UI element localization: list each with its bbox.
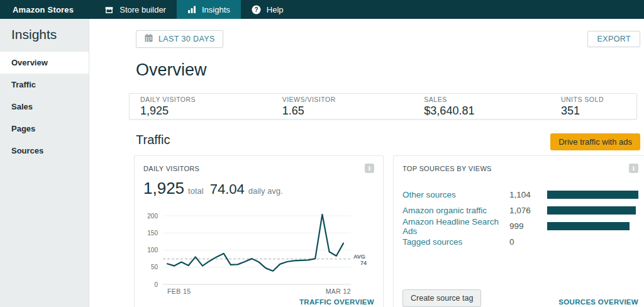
traffic-section-title: Traffic [136, 133, 170, 147]
source-views-bar [547, 206, 636, 215]
create-source-tag-button[interactable]: Create source tag [402, 289, 481, 307]
drive-traffic-with-ads-button[interactable]: Drive traffic with ads [550, 133, 640, 150]
stat-label: SALES [424, 96, 550, 103]
stat-label: DAILY VISITORS [140, 96, 272, 103]
svg-text:FEB 15: FEB 15 [167, 287, 191, 295]
sources-overview-link[interactable]: SOURCES OVERVIEW [558, 298, 638, 306]
stat-label: VIEWS/VISITOR [282, 96, 414, 103]
tab-help[interactable]: ? Help [241, 0, 294, 19]
sidebar-item-sources[interactable]: Sources [0, 140, 89, 162]
daily-visitors-card-title: DAILY VISITORS [143, 164, 199, 172]
date-range-button[interactable]: LAST 30 DAYS [136, 30, 223, 48]
source-link-amazon-headline-search-ads[interactable]: Amazon Headline Search Ads [402, 217, 509, 236]
tab-store-builder[interactable]: Store builder [94, 0, 177, 19]
daily-visitors-card: DAILY VISITORS i 1,925 total 74.04 daily… [134, 155, 384, 307]
top-nav: Amazon Stores Store builder Insights [0, 0, 644, 19]
bar-chart-icon [187, 5, 196, 14]
source-views-value: 1,076 [509, 206, 547, 215]
sources-list: Other sources 1,104 Amazon organic traff… [402, 187, 638, 250]
tab-insights-label: Insights [202, 5, 230, 14]
cards-row: DAILY VISITORS i 1,925 total 74.04 daily… [134, 155, 636, 307]
sidebar-item-pages[interactable]: Pages [0, 118, 89, 140]
svg-text:100: 100 [147, 247, 158, 254]
source-link-tagged-sources[interactable]: Tagged sources [402, 237, 509, 247]
main-content: LAST 30 DAYS EXPORT Overview DAILY VISIT… [89, 19, 644, 307]
source-row: Amazon Headline Search Ads 999 [402, 218, 638, 234]
stat-value: 351 [561, 104, 636, 118]
source-views-bar [547, 191, 638, 199]
sidebar-item-traffic[interactable]: Traffic [0, 74, 89, 96]
svg-text:AVG: AVG [353, 254, 365, 260]
brand-amazon-stores[interactable]: Amazon Stores [0, 0, 86, 19]
calendar-icon [144, 33, 153, 45]
info-icon[interactable]: i [629, 164, 638, 173]
svg-text:74: 74 [360, 260, 367, 266]
overview-stats-strip: DAILY VISITORS 1,925 VIEWS/VISITOR 1.65 … [129, 93, 637, 120]
tab-help-label: Help [267, 5, 284, 14]
total-visitors-label: total [188, 186, 204, 196]
stat-value: 1.65 [282, 104, 414, 118]
date-range-label: LAST 30 DAYS [158, 35, 215, 43]
source-row: Amazon organic traffic 1,076 [402, 203, 638, 218]
svg-text:0: 0 [154, 281, 158, 288]
daily-visitors-summary: 1,925 total 74.04 daily avg. [143, 179, 374, 198]
source-row: Tagged sources 0 [402, 234, 638, 250]
stat-daily-visitors: DAILY VISITORS 1,925 [130, 96, 272, 118]
sidebar-item-overview[interactable]: Overview [0, 52, 89, 74]
top-sources-card-title: TOP SOURCES BY VIEWS [402, 164, 492, 172]
stat-sales: SALES $3,640.81 [413, 96, 550, 118]
svg-text:?: ? [254, 6, 258, 13]
sidebar-title: Insights [0, 19, 89, 52]
daily-visitors-line-chart: 050100150200AVG74FEB 15MAR 12 [143, 199, 374, 298]
top-sources-card: TOP SOURCES BY VIEWS i Other sources 1,1… [393, 155, 644, 307]
stat-views-per-visitor: VIEWS/VISITOR 1.65 [272, 96, 414, 118]
traffic-overview-link[interactable]: TRAFFIC OVERVIEW [299, 298, 374, 306]
svg-text:200: 200 [147, 213, 158, 220]
source-views-value: 1,104 [509, 190, 547, 199]
total-visitors-value: 1,925 [143, 179, 184, 198]
source-row: Other sources 1,104 [402, 187, 638, 203]
stat-value: $3,640.81 [424, 104, 550, 118]
daily-avg-value: 74.04 [210, 181, 245, 198]
tab-store-builder-label: Store builder [119, 5, 166, 14]
info-icon[interactable]: i [365, 164, 374, 173]
stat-label: UNITS SOLD [561, 96, 636, 103]
svg-text:150: 150 [147, 230, 158, 237]
tab-insights[interactable]: Insights [177, 0, 241, 19]
source-link-other-sources[interactable]: Other sources [402, 190, 509, 199]
sidebar-item-sales[interactable]: Sales [0, 96, 89, 118]
source-views-value: 999 [509, 221, 547, 231]
export-button[interactable]: EXPORT [587, 31, 640, 47]
source-views-value: 0 [509, 237, 547, 247]
stat-value: 1,925 [140, 104, 272, 118]
top-nav-tabs: Store builder Insights ? Help [94, 0, 294, 19]
storefront-icon [104, 5, 114, 14]
daily-avg-label: daily avg. [248, 186, 283, 196]
help-icon: ? [252, 5, 261, 14]
svg-text:MAR 12: MAR 12 [326, 287, 351, 295]
stat-units-sold: UNITS SOLD 351 [550, 96, 636, 118]
source-views-bar [547, 222, 630, 230]
svg-text:50: 50 [151, 264, 158, 271]
sidebar: Insights Overview Traffic Sales Pages So… [0, 19, 89, 307]
page-title: Overview [136, 60, 207, 80]
source-link-amazon-organic-traffic[interactable]: Amazon organic traffic [402, 206, 509, 215]
